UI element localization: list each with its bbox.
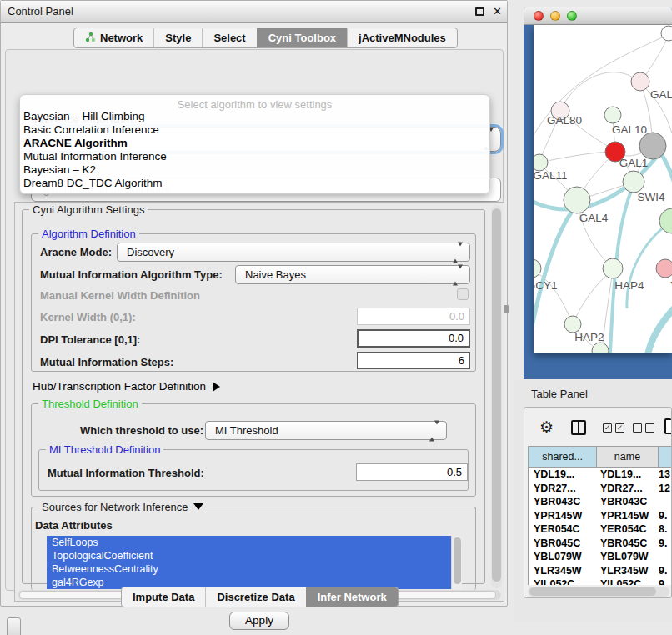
table-row[interactable]: YPR145WYPR145W9. bbox=[529, 509, 672, 523]
close-window-icon[interactable] bbox=[534, 11, 544, 21]
column-selector-icon[interactable] bbox=[571, 420, 586, 435]
tab-jactivemnodules[interactable]: jActiveMNodules bbox=[347, 28, 457, 48]
table-cell: 8. bbox=[652, 522, 672, 537]
table-row[interactable]: YBR045CYBR045C9. bbox=[529, 537, 672, 551]
algorithm-option[interactable]: Dream8 DC_TDC Algorithm bbox=[20, 177, 489, 190]
apply-button[interactable]: Apply bbox=[229, 612, 289, 630]
table-row[interactable]: YIL052CYIL052C9 bbox=[529, 578, 672, 585]
network-node[interactable] bbox=[656, 259, 672, 278]
network-edge[interactable] bbox=[647, 300, 672, 352]
node-table-header: shared...nameA bbox=[528, 446, 672, 468]
network-edge[interactable] bbox=[574, 270, 613, 322]
attribute-list-item[interactable]: BetweennessCentrality bbox=[47, 562, 462, 576]
kernel-width-input[interactable]: 0.0 bbox=[357, 308, 470, 325]
table-row[interactable]: YBR043CYBR043C bbox=[529, 495, 672, 509]
minimize-window-icon[interactable] bbox=[550, 11, 560, 21]
table-row[interactable]: YER054CYER054C8. bbox=[529, 522, 672, 537]
table-function-icon[interactable] bbox=[664, 418, 672, 434]
network-node-label: HAP4 bbox=[614, 279, 644, 292]
table-cell: YDR27... bbox=[594, 482, 652, 496]
close-panel-icon[interactable]: ✕ bbox=[493, 4, 502, 19]
table-cell: YDL19... bbox=[529, 468, 594, 482]
network-node[interactable] bbox=[661, 26, 672, 41]
which-threshold-label: Which threshold to use: bbox=[80, 424, 203, 437]
network-edge[interactable] bbox=[539, 152, 614, 162]
network-node[interactable] bbox=[623, 171, 644, 192]
network-node[interactable] bbox=[534, 154, 548, 171]
table-cell: YDR27... bbox=[529, 482, 594, 496]
data-attributes-list[interactable]: SelfLoopsTopologicalCoefficientBetweenne… bbox=[47, 536, 462, 589]
tab-infer-network[interactable]: Infer Network bbox=[306, 588, 398, 607]
table-column-header[interactable]: shared... bbox=[529, 447, 597, 468]
gear-icon[interactable]: ⚙ bbox=[539, 418, 554, 437]
attribute-list-item[interactable]: TopologicalCoefficient bbox=[47, 549, 462, 562]
deselect-all-checkbox-icon[interactable] bbox=[633, 423, 642, 432]
algorithm-option[interactable]: Mutual Information Inference bbox=[20, 150, 489, 163]
kernel-width-label: Kernel Width (0,1): bbox=[40, 311, 136, 323]
table-cell bbox=[652, 550, 672, 564]
settings-vertical-scrollbar[interactable] bbox=[491, 205, 502, 588]
table-row[interactable]: YDR27...YDR27...12 bbox=[529, 482, 672, 496]
table-row[interactable]: YLR345WYLR345W9. bbox=[529, 564, 672, 578]
zoom-window-icon[interactable] bbox=[567, 11, 577, 21]
algorithm-definition-title: Algorithm Definition bbox=[38, 228, 139, 240]
tab-select[interactable]: Select bbox=[202, 28, 256, 48]
algorithm-option[interactable]: ARACNE Algorithm bbox=[20, 137, 489, 150]
which-threshold-combobox[interactable]: MI Threshold bbox=[205, 421, 447, 440]
table-cell: 9 bbox=[652, 578, 672, 585]
select-all-checkbox-icon[interactable]: ✓ bbox=[615, 423, 624, 432]
bottom-left-button[interactable] bbox=[7, 618, 21, 635]
spinner-icon bbox=[453, 246, 463, 258]
select-all-checkbox-icon[interactable]: ✓ bbox=[603, 423, 612, 432]
network-node[interactable] bbox=[604, 107, 621, 123]
deselect-all-checkbox-icon[interactable] bbox=[645, 423, 654, 432]
table-column-header[interactable]: A bbox=[658, 447, 672, 468]
network-node[interactable] bbox=[603, 258, 623, 278]
table-cell: 9. bbox=[652, 537, 672, 551]
table-cell: YIL052C bbox=[594, 578, 652, 585]
table-row[interactable]: YDL19...YDL19...13 bbox=[529, 468, 672, 482]
manual-kernel-label: Manual Kernel Width Definition bbox=[40, 289, 200, 302]
table-toolbar: ⚙ ✓ ✓ bbox=[524, 416, 671, 442]
mi-steps-input[interactable]: 6 bbox=[357, 352, 470, 369]
table-column-header[interactable]: name bbox=[597, 447, 659, 468]
tab-network[interactable]: Network bbox=[74, 28, 153, 48]
tab-label: Discretize Data bbox=[217, 591, 294, 603]
manual-kernel-checkbox[interactable] bbox=[457, 288, 469, 300]
hub-definition-label: Hub/Transcription Factor Definition bbox=[33, 380, 206, 392]
algorithm-option[interactable]: Bayesian – K2 bbox=[20, 163, 489, 177]
network-edge[interactable] bbox=[560, 72, 640, 111]
table-cell: 13 bbox=[652, 468, 672, 482]
panel-splitter-handle[interactable] bbox=[504, 305, 509, 313]
tab-style[interactable]: Style bbox=[153, 28, 202, 48]
table-horizontal-scrollbar[interactable] bbox=[528, 587, 669, 597]
tab-cyni-toolbox[interactable]: Cyni Toolbox bbox=[257, 28, 347, 48]
tab-discretize-data[interactable]: Discretize Data bbox=[205, 588, 305, 607]
attribute-list-item[interactable]: SelfLoops bbox=[47, 536, 462, 549]
algorithm-option[interactable]: Basic Correlation Inference bbox=[20, 123, 489, 137]
tab-label: Cyni Toolbox bbox=[268, 32, 336, 44]
attributes-scrollbar[interactable] bbox=[451, 536, 462, 589]
network-node[interactable] bbox=[564, 316, 581, 332]
algorithm-definition-group: Algorithm Definition Aracne Mode: Discov… bbox=[31, 233, 476, 372]
network-node[interactable] bbox=[592, 342, 609, 352]
dpi-tolerance-input[interactable]: 0.0 bbox=[357, 329, 470, 348]
table-panel-title: Table Panel bbox=[531, 388, 588, 400]
network-node[interactable] bbox=[564, 187, 590, 213]
aracne-mode-combobox[interactable]: Discovery bbox=[117, 242, 470, 262]
network-canvas[interactable]: GALGAL80GAL10GAL1GAL11SWI4GAL4GCY1HAP4YH… bbox=[534, 25, 672, 352]
network-node[interactable] bbox=[639, 132, 666, 159]
network-node[interactable] bbox=[631, 72, 649, 91]
hub-definition-expander[interactable]: Hub/Transcription Factor Definition bbox=[33, 380, 220, 392]
float-panel-icon[interactable] bbox=[475, 8, 484, 16]
table-row[interactable]: YBL079WYBL079W bbox=[529, 550, 672, 564]
algorithm-option[interactable]: Bayesian – Hill Climbing bbox=[20, 110, 489, 123]
control-panel-body: Inference Algorithm gal-filtered sif def… bbox=[5, 49, 504, 591]
mi-type-combobox[interactable]: Naive Bayes bbox=[235, 265, 470, 284]
mi-threshold-input[interactable]: 0.5 bbox=[356, 463, 468, 481]
tab-impute-data[interactable]: Impute Data bbox=[122, 588, 205, 607]
network-node-label: GCY1 bbox=[534, 279, 557, 292]
algorithm-dropdown-items: Bayesian – Hill ClimbingBasic Correlatio… bbox=[20, 110, 489, 190]
tab-label: Impute Data bbox=[133, 591, 194, 603]
data-attributes-label: Data Attributes bbox=[35, 519, 113, 532]
